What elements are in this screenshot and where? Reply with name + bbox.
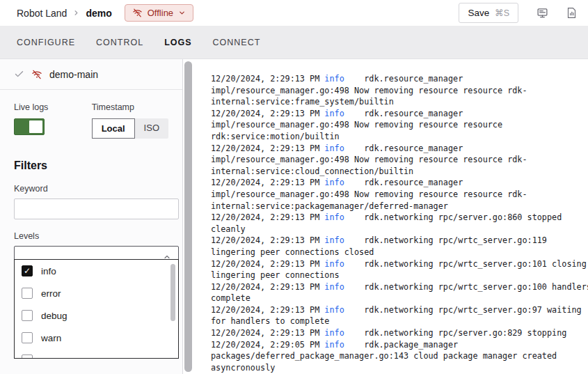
chevron-down-icon bbox=[178, 9, 186, 17]
level-option-warn[interactable]: warn bbox=[15, 327, 178, 349]
breadcrumb: Robot Land demo bbox=[17, 8, 112, 19]
timestamp-segmented-control: Local ISO bbox=[92, 118, 168, 139]
checkbox-icon[interactable] bbox=[22, 310, 33, 321]
log-timestamp: 12/20/2024, 2:29:13 PM bbox=[211, 178, 324, 187]
part-name: demo-main bbox=[49, 69, 98, 80]
wifi-off-icon bbox=[132, 8, 143, 18]
timestamp-option-local[interactable]: Local bbox=[92, 118, 135, 139]
tab-control[interactable]: CONTROL bbox=[96, 35, 143, 50]
log-level: info bbox=[324, 109, 344, 118]
keyword-input[interactable] bbox=[14, 198, 179, 219]
save-button[interactable]: Save ⌘S bbox=[459, 3, 518, 23]
log-entry: 12/20/2024, 2:29:13 PM info rdk.resource… bbox=[211, 73, 588, 108]
log-timestamp: 12/20/2024, 2:29:13 PM bbox=[211, 282, 324, 292]
log-timestamp: 12/20/2024, 2:29:13 PM bbox=[211, 74, 324, 84]
log-timestamp: 12/20/2024, 2:29:13 PM bbox=[211, 235, 324, 245]
log-timestamp: 12/20/2024, 2:29:13 PM bbox=[211, 212, 324, 222]
log-level: info bbox=[324, 74, 344, 84]
tab-logs[interactable]: LOGS bbox=[164, 35, 191, 50]
level-option-label: error bbox=[41, 288, 61, 299]
log-entry: 12/20/2024, 2:29:05 PM info rdk.package_… bbox=[211, 339, 588, 374]
log-area: 12/20/2024, 2:29:13 PM info rdk.resource… bbox=[183, 59, 588, 374]
level-option-label: debug bbox=[41, 311, 67, 321]
log-timestamp: 12/20/2024, 2:29:05 PM bbox=[211, 340, 324, 350]
log-timestamp: 12/20/2024, 2:29:13 PM bbox=[211, 109, 324, 118]
checkbox-icon[interactable] bbox=[22, 288, 33, 299]
log-level: info bbox=[324, 235, 344, 245]
log-level: info bbox=[324, 259, 344, 269]
levels-label: Levels bbox=[14, 231, 168, 241]
levels-panel-scrollbar[interactable] bbox=[170, 264, 175, 321]
sidebar-controls: Live logs Timestamp Local ISO bbox=[0, 90, 182, 139]
log-entry: 12/20/2024, 2:29:13 PM info rdk.resource… bbox=[211, 143, 588, 178]
live-logs-toggle[interactable] bbox=[14, 118, 45, 135]
log-report-icon[interactable] bbox=[566, 7, 577, 19]
toggle-knob bbox=[29, 120, 42, 133]
live-logs-label: Live logs bbox=[14, 102, 92, 112]
level-option-label: warn bbox=[41, 333, 61, 343]
tab-configure[interactable]: CONFIGURE bbox=[17, 35, 75, 50]
levels-dropdown-panel: ✓infoerrordebugwarn bbox=[14, 259, 179, 359]
log-level: info bbox=[324, 143, 344, 153]
tab-bar: CONFIGURECONTROLLOGSCONNECT bbox=[0, 26, 588, 59]
levels-option-list: ✓infoerrordebugwarn bbox=[15, 260, 178, 359]
log-level: info bbox=[324, 305, 344, 315]
save-shortcut: ⌘S bbox=[495, 8, 509, 18]
log-timestamp: 12/20/2024, 2:29:13 PM bbox=[211, 143, 324, 153]
log-entry: 12/20/2024, 2:29:13 PM info rdk.networki… bbox=[211, 281, 588, 304]
log-message: rdk.networking rpc/server.go:829 stoppin… bbox=[344, 328, 567, 338]
log-entry: 12/20/2024, 2:29:13 PM info rdk.networki… bbox=[211, 235, 588, 258]
keyword-filter-group: Keyword bbox=[14, 184, 168, 219]
chevron-right-icon bbox=[72, 9, 80, 17]
level-option[interactable] bbox=[15, 349, 178, 359]
level-option-info[interactable]: ✓info bbox=[15, 260, 178, 282]
log-entry: 12/20/2024, 2:29:13 PM info rdk.networki… bbox=[211, 258, 588, 281]
filters-title: Filters bbox=[14, 159, 168, 172]
monitor-icon[interactable] bbox=[537, 7, 548, 19]
log-level: info bbox=[324, 328, 344, 338]
sidebar-part-row[interactable]: demo-main bbox=[0, 59, 182, 90]
log-timestamp: 12/20/2024, 2:29:13 PM bbox=[211, 328, 324, 338]
checkbox-icon[interactable] bbox=[22, 332, 33, 343]
content: demo-main Live logs Timestamp Local ISO … bbox=[0, 59, 588, 374]
offline-status-badge[interactable]: Offline bbox=[125, 4, 193, 22]
top-bar: Robot Land demo Offline Save ⌘S bbox=[0, 0, 588, 26]
keyword-label: Keyword bbox=[14, 184, 168, 194]
tab-connect[interactable]: CONNECT bbox=[213, 35, 261, 50]
checkbox-icon[interactable]: ✓ bbox=[22, 265, 33, 276]
level-option-debug[interactable]: debug bbox=[15, 304, 178, 327]
offline-status-label: Offline bbox=[148, 8, 173, 18]
log-entry: 12/20/2024, 2:29:13 PM info rdk.networki… bbox=[211, 212, 588, 235]
log-list: 12/20/2024, 2:29:13 PM info rdk.resource… bbox=[211, 73, 588, 373]
check-icon bbox=[14, 69, 24, 79]
log-entry: 12/20/2024, 2:29:13 PM info rdk.resource… bbox=[211, 108, 588, 143]
log-timestamp: 12/20/2024, 2:29:13 PM bbox=[211, 305, 324, 315]
sidebar: demo-main Live logs Timestamp Local ISO … bbox=[0, 59, 183, 374]
log-level: info bbox=[324, 282, 344, 292]
level-option-label: info bbox=[41, 266, 56, 276]
timestamp-label: Timestamp bbox=[92, 102, 168, 112]
vertical-scrollbar[interactable] bbox=[184, 61, 192, 372]
save-button-label: Save bbox=[468, 8, 489, 18]
timestamp-option-iso[interactable]: ISO bbox=[135, 118, 168, 139]
log-entry: 12/20/2024, 2:29:13 PM info rdk.networki… bbox=[211, 327, 588, 339]
breadcrumb-home[interactable]: Robot Land bbox=[17, 8, 67, 19]
log-entry: 12/20/2024, 2:29:13 PM info rdk.networki… bbox=[211, 304, 588, 327]
log-entry: 12/20/2024, 2:29:13 PM info rdk.resource… bbox=[211, 177, 588, 212]
log-level: info bbox=[324, 212, 344, 222]
checkbox-icon[interactable] bbox=[22, 354, 33, 359]
log-level: info bbox=[324, 340, 344, 350]
breadcrumb-current: demo bbox=[86, 8, 111, 19]
log-timestamp: 12/20/2024, 2:29:13 PM bbox=[211, 259, 324, 269]
log-level: info bbox=[324, 178, 344, 187]
level-option-error[interactable]: error bbox=[15, 282, 178, 304]
wifi-off-icon bbox=[31, 69, 42, 80]
